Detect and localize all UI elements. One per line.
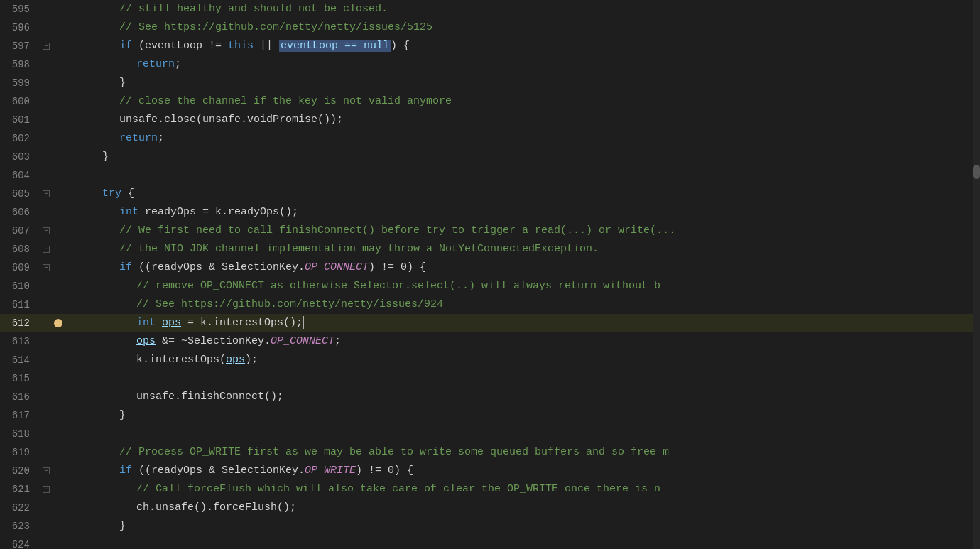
line-number: 607 — [0, 222, 40, 240]
table-row: 619// Process OP_WRITE first as we may b… — [0, 443, 980, 462]
fold-indicator — [40, 295, 53, 314]
fold-indicator — [40, 314, 53, 332]
table-row: 615 — [0, 369, 980, 388]
line-number: 611 — [0, 295, 40, 314]
table-row: 610// remove OP_CONNECT as otherwise Sel… — [0, 277, 980, 295]
table-row: 613ops &= ~SelectionKey.OP_CONNECT; — [0, 332, 980, 351]
fold-indicator — [40, 425, 53, 443]
table-row: 595// still healthy and should not be cl… — [0, 0, 980, 18]
line-number: 595 — [0, 0, 40, 18]
fold-indicator[interactable]: − — [40, 462, 53, 480]
table-row: 609−if ((readyOps & SelectionKey.OP_CONN… — [0, 259, 980, 277]
code-line: // close the channel if the key is not v… — [65, 92, 980, 111]
fold-button[interactable]: − — [43, 264, 50, 271]
fold-indicator — [40, 517, 53, 536]
code-line: ops &= ~SelectionKey.OP_CONNECT; — [65, 332, 980, 351]
fold-indicator — [40, 18, 53, 37]
fold-indicator — [40, 388, 53, 406]
fold-button[interactable]: − — [43, 227, 50, 234]
fold-indicator — [40, 74, 53, 92]
fold-indicator — [40, 443, 53, 462]
code-line — [65, 369, 980, 388]
fold-indicator[interactable]: − — [40, 222, 53, 240]
code-line: // the NIO JDK channel implementation ma… — [65, 240, 980, 259]
fold-indicator — [40, 536, 53, 549]
line-number: 604 — [0, 166, 40, 185]
fold-indicator — [40, 332, 53, 351]
line-number: 601 — [0, 111, 40, 129]
fold-indicator — [40, 55, 53, 74]
line-number: 603 — [0, 148, 40, 166]
fold-button[interactable]: − — [43, 190, 50, 197]
scrollbar-thumb[interactable] — [973, 165, 980, 179]
table-row: 599} — [0, 74, 980, 92]
line-number: 599 — [0, 74, 40, 92]
line-number: 616 — [0, 388, 40, 406]
table-row: 604 — [0, 166, 980, 185]
code-line: ch.unsafe().forceFlush(); — [65, 499, 980, 517]
table-row: 623} — [0, 517, 980, 536]
table-row: 624 — [0, 536, 980, 549]
fold-indicator — [40, 166, 53, 185]
code-line — [65, 166, 980, 185]
code-line: // Call forceFlush which will also take … — [65, 480, 980, 499]
code-line: k.interestOps(ops); — [65, 351, 980, 369]
line-number: 613 — [0, 332, 40, 351]
table-row: 607−// We first need to call finishConne… — [0, 222, 980, 240]
fold-indicator[interactable]: − — [40, 240, 53, 259]
fold-indicator — [40, 203, 53, 222]
fold-button[interactable]: − — [43, 486, 50, 493]
code-line: unsafe.close(unsafe.voidPromise()); — [65, 111, 980, 129]
line-number: 610 — [0, 277, 40, 295]
code-line: unsafe.finishConnect(); — [65, 388, 980, 406]
table-row: 616unsafe.finishConnect(); — [0, 388, 980, 406]
fold-indicator — [40, 351, 53, 369]
line-number: 596 — [0, 18, 40, 37]
code-line: if ((readyOps & SelectionKey.OP_WRITE) !… — [65, 462, 980, 480]
line-number: 602 — [0, 129, 40, 148]
table-row: 612int ops = k.interestOps(); — [0, 314, 980, 332]
fold-indicator — [40, 0, 53, 18]
fold-indicator — [40, 92, 53, 111]
fold-indicator — [40, 369, 53, 388]
table-row: 606int readyOps = k.readyOps(); — [0, 203, 980, 222]
fold-indicator[interactable]: − — [40, 480, 53, 499]
warning-icon[interactable] — [54, 319, 62, 327]
table-row: 601unsafe.close(unsafe.voidPromise()); — [0, 111, 980, 129]
line-number: 612 — [0, 314, 40, 332]
fold-button[interactable]: − — [43, 467, 50, 474]
table-row: 598return; — [0, 55, 980, 74]
fold-indicator[interactable]: − — [40, 259, 53, 277]
code-line: int readyOps = k.readyOps(); — [65, 203, 980, 222]
code-line: int ops = k.interestOps(); — [65, 314, 980, 332]
fold-indicator[interactable]: − — [40, 37, 53, 55]
code-line: } — [65, 74, 980, 92]
fold-indicator[interactable]: − — [40, 185, 53, 203]
line-number: 619 — [0, 443, 40, 462]
code-line: // remove OP_CONNECT as otherwise Select… — [65, 277, 980, 295]
table-row: 617} — [0, 406, 980, 425]
fold-indicator — [40, 406, 53, 425]
fold-indicator — [40, 499, 53, 517]
table-row: 603} — [0, 148, 980, 166]
line-number: 605 — [0, 185, 40, 203]
table-row: 605−try { — [0, 185, 980, 203]
line-number: 609 — [0, 259, 40, 277]
fold-indicator — [40, 111, 53, 129]
table-row: 622ch.unsafe().forceFlush(); — [0, 499, 980, 517]
code-line: try { — [65, 185, 980, 203]
line-number: 606 — [0, 203, 40, 222]
line-number: 597 — [0, 37, 40, 55]
code-line: // We first need to call finishConnect()… — [65, 222, 980, 240]
code-line: } — [65, 517, 980, 536]
code-line: if (eventLoop != this || eventLoop == nu… — [65, 37, 980, 55]
table-row: 618 — [0, 425, 980, 443]
code-line: // See https://github.com/netty/netty/is… — [65, 295, 980, 314]
line-number: 624 — [0, 536, 40, 549]
code-line: // See https://github.com/netty/netty/is… — [65, 18, 980, 37]
fold-button[interactable]: − — [43, 43, 50, 50]
line-number: 623 — [0, 517, 40, 536]
scrollbar[interactable] — [973, 0, 980, 549]
line-number: 621 — [0, 480, 40, 499]
fold-button[interactable]: − — [43, 246, 50, 253]
